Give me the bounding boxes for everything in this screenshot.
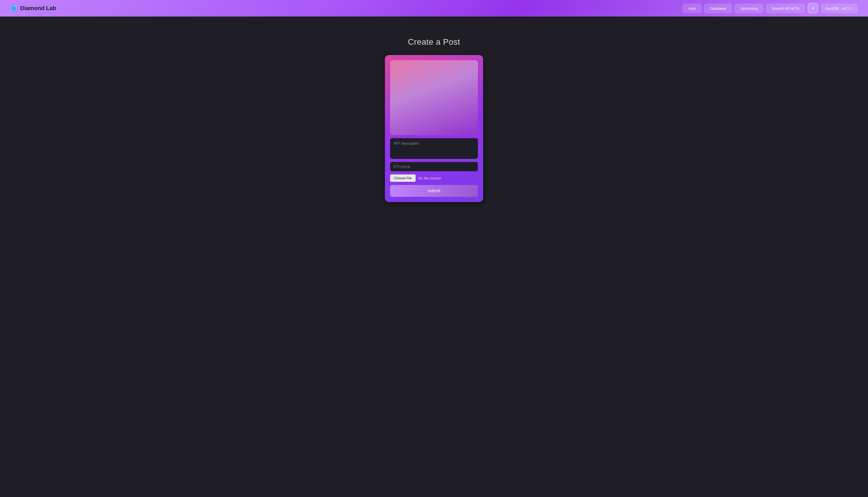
nav-upcoming-button[interactable]: Upcoming — [735, 4, 763, 13]
submit-button[interactable]: submit — [390, 185, 478, 197]
brand-logo[interactable]: Diamond Lab — [10, 5, 56, 12]
no-file-chosen-text: No file chosen — [418, 176, 441, 180]
nft-description-textarea[interactable] — [390, 138, 478, 159]
nav-mint-button[interactable]: mint — [683, 4, 701, 13]
create-post-form-card: Choose File No file chosen submit — [385, 55, 483, 202]
wallet-address-button[interactable]: 0xcd3B...ce71 ▾ — [821, 4, 858, 13]
nav-search-all-nfts-button[interactable]: Search All NFTs — [766, 4, 805, 13]
wallet-chevron-icon: ▾ — [852, 7, 853, 10]
page-title: Create a Post — [408, 37, 460, 47]
eth-price-input[interactable] — [390, 162, 478, 171]
image-preview-area — [390, 60, 478, 135]
main-content: Create a Post Choose File No file chosen… — [0, 16, 868, 223]
navbar: Diamond Lab mint Database Upcoming Searc… — [0, 0, 868, 16]
add-button[interactable]: + — [808, 3, 818, 13]
file-input-row: Choose File No file chosen — [390, 174, 478, 182]
diamond-icon — [10, 5, 17, 12]
wallet-address-text: 0xcd3B...ce71 — [826, 6, 850, 11]
nav-links: mint Database Upcoming Search All NFTs +… — [683, 3, 858, 13]
brand-name: Diamond Lab — [20, 5, 56, 12]
file-input-wrapper[interactable]: Choose File — [390, 174, 416, 182]
nav-database-button[interactable]: Database — [704, 4, 731, 13]
